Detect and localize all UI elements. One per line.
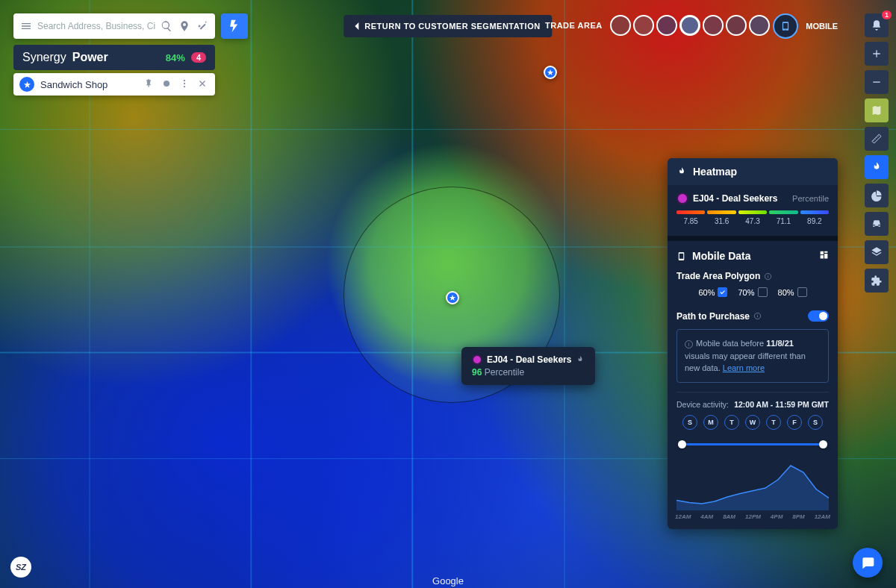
magic-wand-icon[interactable] (196, 19, 209, 33)
brand-bar: SynergyPower 84% 4 (13, 45, 215, 70)
mobile-icon[interactable] (773, 13, 798, 39)
mobile-icon (676, 251, 686, 261)
badge-icon[interactable] (161, 78, 173, 90)
chat-button[interactable] (853, 548, 883, 578)
notifications-button[interactable]: 1 (865, 13, 889, 37)
brand-badge[interactable]: 4 (191, 52, 206, 63)
trade-area-selector: TRADE AREA (545, 15, 770, 36)
map-style-button[interactable] (865, 98, 889, 122)
day-button[interactable]: W (745, 415, 760, 430)
trade-area-option-6[interactable] (726, 15, 747, 36)
svg-point-0 (164, 81, 169, 87)
day-button[interactable]: S (682, 415, 697, 430)
polygon-checkbox[interactable]: 60% (698, 287, 727, 297)
quick-action-button[interactable] (221, 13, 248, 39)
slider-handle-start[interactable] (678, 440, 686, 448)
right-toolbar: 1 (865, 13, 889, 293)
legend-stop: 31.6 (707, 210, 735, 225)
heatmap-legend: 7.8531.647.371.189.2 (668, 207, 838, 237)
map-pin-primary[interactable] (446, 291, 459, 304)
ruler-icon[interactable] (865, 127, 889, 151)
brand-name-light: Synergy (22, 51, 66, 64)
mobile-label: MOBILE (806, 22, 838, 31)
trade-area-option-3[interactable] (656, 15, 677, 36)
info-banner: iMobile data before 11/8/21 visuals may … (676, 329, 829, 383)
trade-area-option-5[interactable] (703, 15, 724, 36)
heatmap-title: Heatmap (693, 166, 737, 178)
layer-chip[interactable]: Sandwich Shop (13, 73, 215, 96)
layer-name: Sandwich Shop (40, 79, 108, 90)
map-tooltip: EJ04 - Deal Seekers 96 Percentile (461, 347, 595, 385)
close-icon[interactable] (197, 78, 209, 90)
legend-stop: 71.1 (769, 210, 797, 225)
time-range-slider[interactable] (678, 439, 827, 449)
legend-stop: 47.3 (738, 210, 767, 225)
trade-area-option-1[interactable] (610, 15, 631, 36)
trade-area-label: TRADE AREA (545, 21, 603, 30)
search-icon[interactable] (160, 19, 173, 33)
info-circle-icon: i (685, 340, 693, 348)
brand-name-bold: Power (72, 51, 108, 64)
menu-icon[interactable] (19, 19, 33, 33)
puzzle-icon[interactable] (865, 269, 889, 293)
flame-icon (676, 166, 687, 177)
map-credit: Google (432, 575, 464, 587)
zoom-in-button[interactable] (865, 42, 889, 66)
legend-stop: 7.85 (676, 210, 705, 225)
day-button[interactable]: S (808, 415, 823, 430)
polygon-checkbox[interactable]: 70% (738, 287, 767, 297)
sparkline-xaxis: 12AM4AM8AM12PM4PM8PM12AM (668, 513, 838, 529)
svg-point-2 (184, 83, 185, 84)
return-button[interactable]: RETURN TO CUSTOMER SEGMENTATION (343, 15, 552, 37)
car-icon[interactable] (865, 212, 889, 236)
day-button[interactable]: T (724, 415, 739, 430)
trade-area-option-7[interactable] (749, 15, 770, 36)
divider (676, 392, 829, 392)
legend-stop: 89.2 (800, 210, 829, 225)
tooltip-segment: EJ04 - Deal Seekers (487, 354, 571, 365)
heatmap-toggle[interactable] (865, 155, 889, 179)
polygon-checkbox[interactable]: 80% (778, 287, 807, 297)
day-button[interactable]: M (703, 415, 718, 430)
layers-icon[interactable] (865, 240, 889, 264)
trade-area-option-4[interactable] (679, 15, 700, 36)
learn-more-link[interactable]: Learn more (723, 363, 765, 372)
day-button[interactable]: T (766, 415, 781, 430)
panel-layout-icon[interactable] (819, 250, 829, 262)
pin-icon[interactable] (143, 78, 155, 90)
heatmap-segment-name: EJ04 - Deal Seekers (693, 193, 777, 204)
mobile-mode-chip[interactable]: MOBILE (773, 13, 838, 39)
path-to-purchase-row: Path to Purchase (668, 307, 838, 329)
location-pin-icon[interactable] (178, 19, 191, 33)
zoom-out-button[interactable] (865, 70, 889, 94)
tooltip-metric: Percentile (485, 367, 524, 378)
trade-area-option-2[interactable] (633, 15, 654, 36)
slider-handle-end[interactable] (819, 440, 827, 448)
side-panel: Heatmap EJ04 - Deal Seekers Percentile 7… (668, 158, 838, 529)
map-pin-secondary[interactable] (544, 66, 557, 79)
app-logo[interactable]: SZ (10, 557, 31, 578)
heatmap-segment-row[interactable]: EJ04 - Deal Seekers Percentile (668, 185, 838, 207)
activity-sparkline (676, 457, 829, 510)
day-button[interactable]: F (787, 415, 802, 430)
brand-percent: 84% (166, 52, 185, 63)
pie-chart-icon[interactable] (865, 184, 889, 207)
info-icon[interactable] (764, 272, 772, 281)
search-bar (13, 13, 215, 39)
svg-point-3 (184, 86, 185, 87)
trade-area-polygon-label: Trade Area Polygon (668, 271, 838, 287)
heatmap-metric: Percentile (792, 194, 829, 203)
more-icon[interactable] (179, 78, 191, 90)
polygon-checkboxes: 60%70%80% (668, 287, 838, 307)
info-icon[interactable] (753, 312, 762, 320)
search-input[interactable] (37, 21, 155, 31)
p2p-toggle[interactable] (808, 310, 829, 322)
svg-point-1 (184, 80, 185, 81)
device-activity-value: 12:00 AM - 11:59 PM GMT (734, 400, 829, 409)
tooltip-value: 96 (472, 367, 482, 378)
heatmap-panel-header: Heatmap (668, 158, 838, 185)
mobile-panel-header: Mobile Data (668, 237, 838, 271)
notification-count: 1 (882, 10, 892, 19)
flame-icon (576, 355, 585, 364)
device-activity-row: Device activity: 12:00 AM - 11:59 PM GMT (668, 400, 838, 415)
